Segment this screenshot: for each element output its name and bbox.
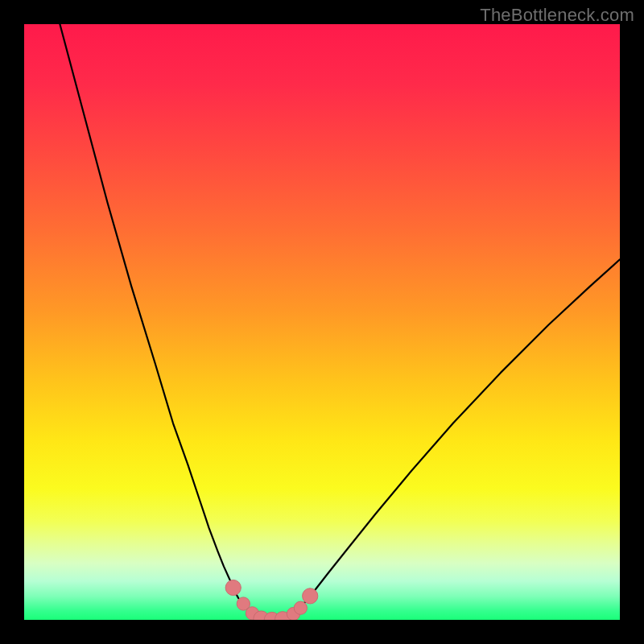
marker-right-upper bbox=[303, 588, 318, 604]
watermark-text: TheBottleneck.com bbox=[480, 5, 634, 26]
plot-area bbox=[24, 24, 620, 620]
curve-layer bbox=[24, 24, 620, 620]
marker-left-upper bbox=[225, 580, 241, 595]
chart-frame: TheBottleneck.com bbox=[0, 0, 644, 644]
series-left-curve bbox=[60, 24, 262, 620]
marker-right-seg-2 bbox=[294, 601, 307, 614]
series-right-curve bbox=[287, 259, 620, 620]
